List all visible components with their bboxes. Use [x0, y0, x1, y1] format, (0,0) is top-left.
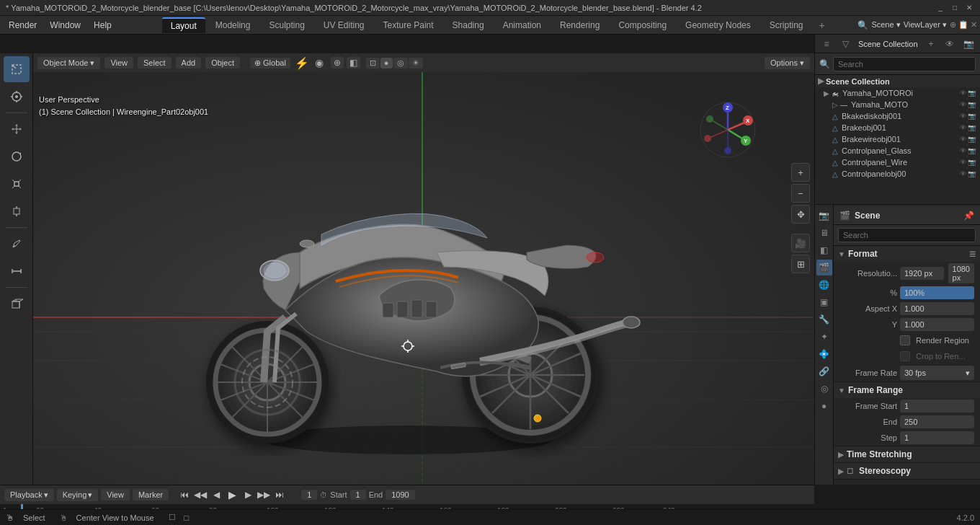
frame-end-field[interactable]: 250	[900, 415, 974, 428]
properties-search-input[interactable]	[838, 228, 976, 242]
crop-render-checkbox[interactable]	[900, 351, 910, 361]
tab-geometry-nodes[interactable]: Geometry Nodes	[677, 18, 760, 32]
prev-keyframe-button[interactable]: ◀◀	[193, 488, 208, 502]
outliner-scene-collection[interactable]: ▶ Scene Collection	[815, 75, 980, 87]
rotate-tool[interactable]	[4, 144, 30, 169]
render-toggle-5[interactable]: 📷	[968, 147, 976, 154]
outliner-search-input[interactable]	[833, 57, 976, 71]
zoom-out-button[interactable]: −	[791, 184, 810, 203]
tab-layout[interactable]: Layout	[162, 17, 205, 33]
step-back-button[interactable]: ◀	[209, 488, 223, 502]
tab-texture-paint[interactable]: Texture Paint	[375, 18, 442, 32]
outliner-item-6[interactable]: △ Controlpanel_Wire 👁 📷	[815, 156, 980, 168]
jump-end-button[interactable]: ⏭	[272, 488, 287, 502]
tab-uv-editing[interactable]: UV Editing	[315, 18, 373, 32]
resolution-pct-field[interactable]: 100%	[900, 286, 974, 299]
visibility-toggle-6[interactable]: 👁	[960, 159, 966, 166]
scene-canvas[interactable]: Z X Y + − ✥ �	[33, 72, 814, 485]
render-toggle-7[interactable]: 📷	[968, 170, 976, 177]
menu-render[interactable]: Render	[3, 19, 43, 32]
render-toggle-3[interactable]: 📷	[968, 124, 976, 131]
view-menu[interactable]: View	[104, 57, 133, 69]
keying-menu[interactable]: Keying ▾	[57, 489, 99, 501]
viewlayer-dropdown[interactable]: ViewLayer ▾	[904, 20, 947, 30]
object-mode-dropdown[interactable]: Object Mode ▾	[37, 57, 100, 69]
outliner-item-0[interactable]: ▶ 🏍 Yamaha_MOTOROi 👁 📷	[815, 87, 980, 99]
playback-menu[interactable]: Playback ▾	[4, 489, 54, 501]
outliner-item-4[interactable]: △ Brakewireobj001 👁 📷	[815, 133, 980, 145]
resolution-y-field[interactable]: 1080 px	[948, 263, 974, 283]
render-toggle-2[interactable]: 📷	[968, 112, 976, 120]
object-menu[interactable]: Object	[205, 57, 240, 69]
visibility-toggle-2[interactable]: 👁	[960, 112, 966, 120]
material-shading[interactable]: ◎	[393, 58, 408, 69]
render-region-checkbox[interactable]	[900, 335, 910, 345]
frame-range-section-header[interactable]: ▼ Frame Range	[834, 382, 980, 398]
proportional-edit[interactable]: ◉	[313, 57, 325, 69]
jump-start-button[interactable]: ⏮	[177, 488, 192, 502]
overlay-toggle[interactable]: ⊕	[331, 57, 344, 69]
tab-animation[interactable]: Animation	[494, 18, 550, 32]
properties-pin[interactable]: 📌	[963, 211, 974, 221]
close-button[interactable]: ✕	[964, 3, 974, 13]
cursor-tool[interactable]	[4, 84, 30, 110]
visibility-toggle-4[interactable]: 👁	[960, 136, 966, 143]
tab-compositing[interactable]: Compositing	[610, 18, 675, 32]
frame-start-field[interactable]: 1	[900, 400, 974, 412]
play-button[interactable]: ▶	[225, 488, 239, 502]
render-toggle-6[interactable]: 📷	[968, 159, 976, 166]
resolution-x-field[interactable]: 1920 px	[900, 267, 944, 280]
aspect-x-field[interactable]: 1.000	[900, 302, 974, 315]
time-stretching-header[interactable]: ▶ Time Stretching	[834, 446, 980, 462]
measure-tool[interactable]	[4, 258, 30, 284]
global-transform[interactable]: ⊕ Global	[250, 58, 290, 69]
options-button[interactable]: Options ▾	[765, 57, 810, 69]
zoom-in-button[interactable]: +	[791, 163, 810, 182]
outliner-item-1[interactable]: ▷ — Yamaha_MOTO 👁 📷	[815, 99, 980, 110]
tab-rendering[interactable]: Rendering	[551, 18, 608, 32]
camera-render-icon[interactable]: 📷	[960, 36, 977, 52]
next-keyframe-button[interactable]: ▶▶	[257, 488, 271, 502]
menu-help[interactable]: Help	[88, 19, 117, 32]
scene-dropdown[interactable]: Scene ▾	[871, 20, 900, 30]
frame-rate-dropdown[interactable]: 30 fps ▾	[900, 366, 974, 380]
visibility-toggle-1[interactable]: 👁	[960, 101, 966, 108]
current-frame-input[interactable]: 1	[301, 490, 317, 500]
add-menu[interactable]: Add	[176, 57, 202, 69]
outliner-item-5[interactable]: △ Controlpanel_Glass 👁 📷	[815, 145, 980, 156]
scene-props-icon[interactable]: 🎬	[816, 260, 832, 275]
step-forward-button[interactable]: ▶	[241, 488, 255, 502]
select-menu[interactable]: Select	[138, 57, 172, 69]
camera-view-button[interactable]: 🎥	[791, 234, 810, 252]
output-props-icon[interactable]: 🖥	[816, 225, 832, 241]
constraints-props-icon[interactable]: 🔗	[816, 363, 832, 379]
stereoscopy-header[interactable]: ▶ ☐ Stereoscopy	[834, 463, 980, 479]
outliner-view-icon[interactable]: ≡	[818, 36, 835, 52]
add-workspace-button[interactable]: +	[813, 17, 830, 33]
visibility-toggle-5[interactable]: 👁	[960, 147, 966, 154]
snap-toggle[interactable]: ⚡	[293, 56, 311, 70]
tab-shading[interactable]: Shading	[444, 18, 493, 32]
outliner-item-7[interactable]: △ Controlpanelobj00 👁 📷	[815, 168, 980, 180]
maximize-button[interactable]: □	[950, 3, 960, 13]
object-props-icon[interactable]: ▣	[816, 294, 832, 310]
minimize-button[interactable]: _	[935, 3, 945, 13]
visibility-toggle-0[interactable]: 👁	[960, 89, 966, 97]
render-toggle-4[interactable]: 📷	[968, 136, 976, 143]
view-layer-props-icon[interactable]: ◧	[816, 242, 832, 258]
eye-icon[interactable]: 👁	[941, 36, 958, 52]
outliner-item-3[interactable]: △ Brakeobj001 👁 📷	[815, 122, 980, 133]
format-section-header[interactable]: ▼ Format ☰	[834, 246, 980, 262]
transform-tool[interactable]	[4, 198, 30, 224]
xray-toggle[interactable]: ◧	[347, 57, 360, 69]
rendered-shading[interactable]: ☀	[409, 58, 423, 69]
outliner-item-2[interactable]: △ Bkakediskobj001 👁 📷	[815, 110, 980, 122]
frame-step-field[interactable]: 1	[900, 431, 974, 444]
grid-button[interactable]: ⊞	[791, 255, 810, 273]
modifier-props-icon[interactable]: 🔧	[816, 312, 832, 327]
tab-sculpting[interactable]: Sculpting	[260, 18, 313, 32]
navigation-gizmo[interactable]: Z X Y	[699, 101, 757, 159]
visibility-toggle-3[interactable]: 👁	[960, 124, 966, 131]
viewport[interactable]: Object Mode ▾ View Select Add Object ⊕ G…	[33, 53, 814, 485]
select-box-tool[interactable]	[4, 56, 30, 82]
